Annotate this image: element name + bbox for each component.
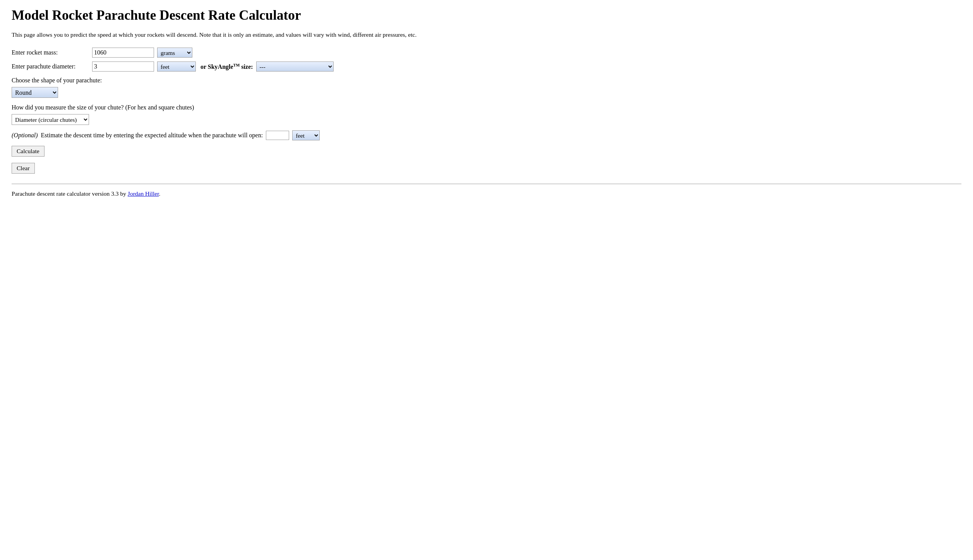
rocket-mass-input[interactable]: [92, 48, 154, 58]
parachute-diameter-row: Enter parachute diameter: feet inches ce…: [12, 61, 961, 72]
optional-desc: Estimate the descent time by entering th…: [41, 132, 263, 139]
footer-link[interactable]: Jordan Hiller: [128, 190, 159, 197]
clear-button[interactable]: Clear: [12, 163, 35, 174]
measure-section: How did you measure the size of your chu…: [12, 104, 961, 125]
footer-end: .: [159, 190, 160, 197]
footer-text: Parachute descent rate calculator versio…: [12, 190, 126, 197]
altitude-unit-select[interactable]: feet meters: [292, 130, 320, 140]
parachute-diameter-label: Enter parachute diameter:: [12, 63, 89, 70]
clear-button-container: Clear: [12, 163, 961, 178]
shape-section-label: Choose the shape of your parachute:: [12, 77, 961, 84]
page-description: This page allows you to predict the spee…: [12, 30, 961, 39]
calculate-button-container: Calculate: [12, 146, 961, 160]
footer: Parachute descent rate calculator versio…: [12, 190, 961, 197]
rocket-mass-row: Enter rocket mass: grams ounces pounds k…: [12, 48, 961, 58]
altitude-input[interactable]: [266, 131, 289, 140]
measure-section-label: How did you measure the size of your chu…: [12, 104, 961, 111]
diameter-unit-select[interactable]: feet inches centimeters meters: [157, 61, 196, 72]
divider: [12, 184, 961, 184]
mass-unit-select[interactable]: grams ounces pounds kilograms: [157, 48, 192, 58]
or-text: or SkyAngleTM size:: [199, 63, 253, 70]
skyangle-size-select[interactable]: --- 6 inch 12 inch 18 inch 24 inch 36 in…: [256, 61, 334, 72]
calculate-button[interactable]: Calculate: [12, 146, 45, 157]
page-title: Model Rocket Parachute Descent Rate Calc…: [12, 8, 961, 23]
optional-label: (Optional): [12, 132, 38, 139]
shape-section: Choose the shape of your parachute: Roun…: [12, 77, 961, 98]
shape-select[interactable]: Round Hexagonal Square Elliptical: [12, 87, 58, 98]
rocket-mass-label: Enter rocket mass:: [12, 49, 89, 56]
optional-row: (Optional) Estimate the descent time by …: [12, 130, 961, 140]
parachute-diameter-input[interactable]: [92, 61, 154, 72]
measure-select[interactable]: Diameter (circular chutes) Side to side …: [12, 114, 89, 125]
